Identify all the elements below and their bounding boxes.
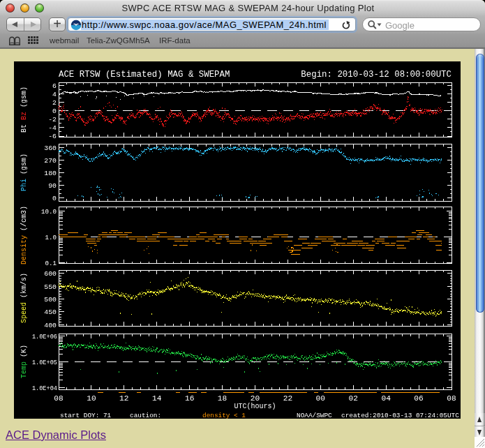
- svg-text:08: 08: [447, 394, 456, 403]
- svg-text:Bt Bz (gsm): Bt Bz (gsm): [20, 87, 28, 133]
- svg-text:UTC(hours): UTC(hours): [234, 403, 276, 410]
- svg-text:0: 0: [52, 107, 57, 115]
- svg-text:1.0E+05: 1.0E+05: [32, 359, 57, 366]
- svg-text:10: 10: [87, 394, 96, 403]
- svg-text:360: 360: [44, 144, 57, 152]
- svg-text:1.0E+06: 1.0E+06: [32, 334, 57, 341]
- svg-text:caution:: caution:: [130, 412, 161, 419]
- svg-text:1.0: 1.0: [45, 234, 57, 241]
- svg-text:0: 0: [52, 195, 57, 202]
- svg-text:-4: -4: [48, 124, 57, 132]
- svg-text:04: 04: [381, 394, 391, 403]
- svg-text:-6: -6: [48, 133, 57, 140]
- svg-text:Begin: 2010-03-12 08:00:00UTC: Begin: 2010-03-12 08:00:00UTC: [301, 70, 452, 80]
- svg-text:06: 06: [414, 394, 423, 403]
- svg-text:4: 4: [52, 91, 57, 98]
- svg-text:Speed (km/s): Speed (km/s): [20, 273, 28, 323]
- svg-text:450: 450: [44, 308, 57, 316]
- svg-text:08: 08: [54, 394, 63, 403]
- svg-text:density < 1: density < 1: [202, 412, 246, 419]
- svg-text:90: 90: [48, 182, 57, 190]
- svg-text:400: 400: [44, 322, 57, 329]
- svg-text:2: 2: [52, 99, 57, 107]
- svg-text:18: 18: [218, 394, 227, 403]
- svg-text:created:2010-03-13 07:24:05UTC: created:2010-03-13 07:24:05UTC: [341, 412, 459, 419]
- svg-text:1.0E+04: 1.0E+04: [32, 385, 57, 392]
- svg-text:NOAA/SWPC: NOAA/SWPC: [297, 412, 332, 419]
- svg-text:270: 270: [44, 157, 57, 165]
- svg-text:550: 550: [44, 283, 57, 291]
- svg-text:12: 12: [119, 394, 128, 403]
- svg-text:00: 00: [316, 394, 326, 403]
- svg-text:10.0: 10.0: [41, 208, 57, 216]
- svg-text:16: 16: [185, 394, 194, 403]
- svg-text:Phi (gsm): Phi (gsm): [20, 154, 28, 191]
- svg-text:02: 02: [349, 394, 358, 403]
- svg-text:Density (/cm3): Density (/cm3): [20, 206, 28, 264]
- svg-text:0.1: 0.1: [45, 260, 57, 267]
- svg-text:500: 500: [44, 296, 57, 304]
- svg-text:600: 600: [44, 270, 57, 278]
- svg-text:ACE RTSW (Estimated) MAG & SWE: ACE RTSW (Estimated) MAG & SWEPAM: [59, 70, 230, 80]
- svg-text:20: 20: [251, 394, 260, 403]
- svg-text:start DOY: 71: start DOY: 71: [60, 412, 112, 419]
- svg-text:6: 6: [52, 82, 57, 90]
- svg-text:14: 14: [152, 394, 162, 403]
- svg-text:22: 22: [283, 394, 292, 403]
- svg-text:-2: -2: [48, 116, 57, 124]
- svg-text:180: 180: [44, 170, 57, 177]
- svg-text:Temp (K): Temp (K): [20, 345, 28, 378]
